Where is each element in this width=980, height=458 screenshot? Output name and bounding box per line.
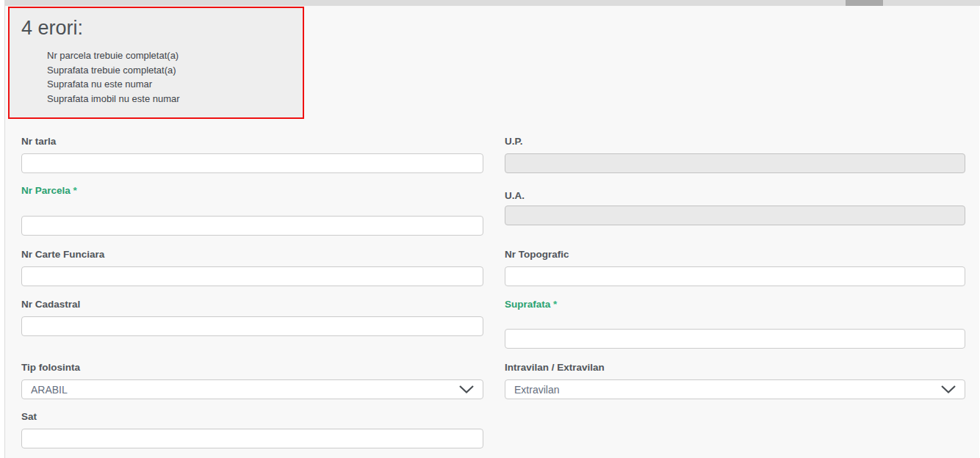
field-label-intravilan-extravilan: Intravilan / Extravilan	[505, 362, 605, 373]
nr-topografic-input[interactable]	[505, 266, 965, 286]
field-label-nr-carte-funciara: Nr Carte Funciara	[21, 249, 104, 260]
horizontal-scrollbar-thumb[interactable]	[846, 0, 883, 6]
field-label-up: U.P.	[505, 136, 523, 147]
sat-input[interactable]	[21, 429, 483, 448]
field-label-tip-folosinta: Tip folosinta	[21, 362, 80, 373]
intravilan-extravilan-select[interactable]: Extravilan	[505, 379, 965, 399]
tip-folosinta-select[interactable]: ARABIL	[21, 379, 483, 399]
required-asterisk: *	[73, 185, 77, 196]
up-input	[505, 153, 965, 173]
validation-error-box: 4 erori: Nr parcela trebuie completat(a)…	[8, 7, 304, 119]
field-label-nr-parcela: Nr Parcela *	[21, 185, 77, 196]
field-label-ua: U.A.	[505, 190, 525, 201]
required-asterisk: *	[553, 299, 557, 310]
horizontal-scrollbar-track[interactable]	[4, 0, 980, 6]
error-item: Suprafata trebuie completat(a)	[47, 63, 180, 78]
error-list: Nr parcela trebuie completat(a) Suprafat…	[47, 48, 180, 106]
nr-parcela-input[interactable]	[21, 216, 483, 236]
error-count-title: 4 erori:	[21, 17, 83, 40]
nr-carte-funciara-input[interactable]	[21, 266, 483, 286]
error-item: Suprafata imobil nu este numar	[47, 92, 180, 106]
tip-folosinta-select-wrap: ARABIL	[21, 379, 483, 399]
field-label-nr-topografic: Nr Topografic	[505, 249, 569, 260]
field-label-sat: Sat	[21, 411, 37, 422]
intravilan-extravilan-select-wrap: Extravilan	[505, 379, 965, 399]
field-label-suprafata: Suprafata *	[505, 299, 557, 310]
suprafata-input[interactable]	[505, 329, 965, 349]
field-label-nr-cadastral: Nr Cadastral	[21, 299, 80, 310]
ua-input	[505, 206, 965, 225]
error-item: Suprafata nu este numar	[47, 77, 180, 92]
nr-cadastral-input[interactable]	[21, 316, 483, 336]
nr-tarla-input[interactable]	[21, 153, 483, 173]
error-item: Nr parcela trebuie completat(a)	[47, 48, 180, 63]
field-label-nr-tarla: Nr tarla	[21, 136, 56, 147]
